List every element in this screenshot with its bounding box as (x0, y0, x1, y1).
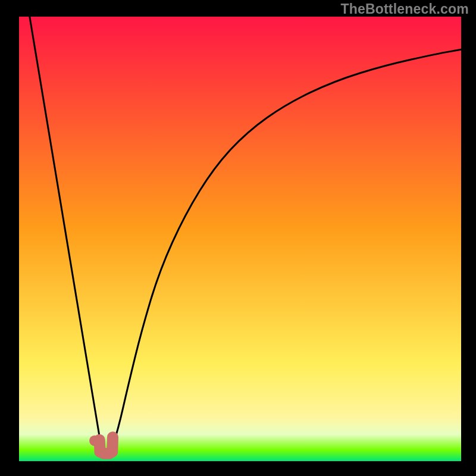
chart-svg (0, 0, 476, 476)
chart-frame: { "watermark": "TheBottleneck.com", "cha… (0, 0, 476, 476)
plot-background (19, 17, 461, 461)
watermark-text: TheBottleneck.com (340, 1, 469, 17)
